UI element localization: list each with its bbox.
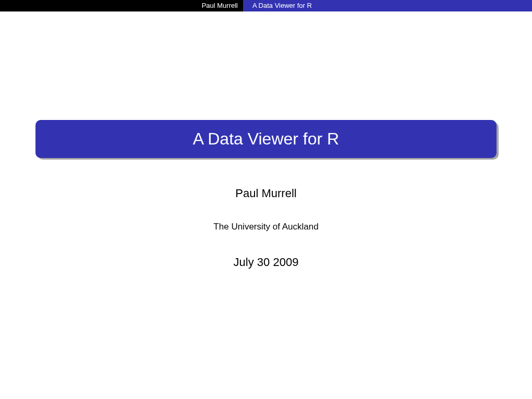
title-wrapper: A Data Viewer for R [35, 120, 497, 158]
institution-name: The University of Auckland [0, 222, 532, 232]
header-author-section: Paul Murrell [0, 0, 243, 11]
header-title-section: A Data Viewer for R [243, 0, 532, 11]
header-title: A Data Viewer for R [252, 2, 312, 9]
header-author: Paul Murrell [202, 2, 238, 9]
presentation-title: A Data Viewer for R [35, 120, 497, 158]
title-block: A Data Viewer for R [35, 120, 497, 158]
author-name: Paul Murrell [0, 187, 532, 200]
header-bar: Paul Murrell A Data Viewer for R [0, 0, 532, 11]
presentation-date: July 30 2009 [0, 256, 532, 269]
